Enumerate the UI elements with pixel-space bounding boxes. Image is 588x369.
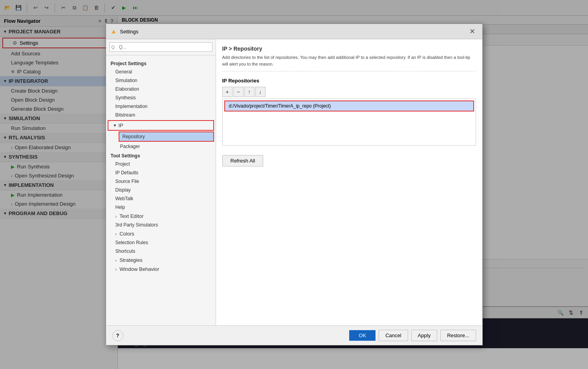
refresh-all-button[interactable]: Refresh All — [222, 155, 264, 166]
search-icon: Q — [112, 45, 115, 49]
window-behavior-label: Window Behavior — [119, 266, 159, 272]
text-editor-expand: › — [115, 214, 117, 219]
text-editor-label: Text Editor — [119, 213, 143, 219]
modal-footer: ? OK Cancel Apply Restore... — [106, 325, 482, 345]
nav-colors[interactable]: › Colors — [106, 229, 216, 238]
ip-up-button[interactable]: ↑ — [244, 87, 255, 97]
nav-window-behavior[interactable]: › Window Behavior — [106, 265, 216, 274]
settings-nav-body: Project Settings General Simulation Elab… — [106, 55, 216, 325]
ip-remove-button[interactable]: − — [233, 87, 244, 97]
modal-titlebar: ▲ Settings ✕ — [106, 24, 482, 39]
nav-shortcuts[interactable]: Shortcuts — [106, 247, 216, 256]
settings-search-wrap: Q — [109, 42, 212, 52]
settings-nav: Q Project Settings General Simulation El… — [106, 39, 216, 325]
ip-repos-toolbar: + − ↑ ↓ — [222, 87, 476, 97]
nav-elaboration[interactable]: Elaboration — [106, 85, 216, 93]
nav-general[interactable]: General — [106, 68, 216, 76]
nav-help[interactable]: Help — [106, 203, 216, 212]
nav-bitstream[interactable]: Bitstream — [106, 111, 216, 119]
nav-webtalk[interactable]: WebTalk — [106, 194, 216, 203]
nav-synthesis[interactable]: Synthesis — [106, 93, 216, 102]
ip-add-button[interactable]: + — [222, 87, 233, 97]
vivado-icon: ▲ — [111, 28, 117, 35]
nav-display[interactable]: Display — [106, 186, 216, 194]
colors-expand: › — [115, 232, 117, 236]
nav-ip-defaults[interactable]: IP Defaults — [106, 168, 216, 177]
modal-close-button[interactable]: ✕ — [467, 27, 478, 36]
nav-repository[interactable]: Repository — [119, 132, 214, 142]
ok-button[interactable]: OK — [349, 330, 376, 341]
help-button[interactable]: ? — [112, 330, 123, 341]
restore-button[interactable]: Restore... — [440, 330, 476, 341]
ip-down-button[interactable]: ↓ — [255, 87, 266, 97]
modal-body: Q Project Settings General Simulation El… — [106, 39, 482, 325]
ip-parent-label: IP — [118, 122, 123, 128]
modal-overlay: ▲ Settings ✕ Q Project Settings General … — [0, 0, 588, 369]
nav-implementation[interactable]: Implementation — [106, 102, 216, 111]
strategies-expand: › — [115, 258, 117, 263]
cancel-button[interactable]: Cancel — [379, 330, 408, 341]
modal-title-text: Settings — [120, 29, 138, 35]
colors-label: Colors — [119, 231, 134, 237]
nav-packager[interactable]: Packager — [117, 142, 216, 151]
nav-3rd-party[interactable]: 3rd Party Simulators — [106, 221, 216, 229]
tool-settings-label: Tool Settings — [106, 151, 216, 160]
settings-dialog: ▲ Settings ✕ Q Project Settings General … — [106, 24, 483, 345]
content-description: Add directories to the list of repositor… — [222, 54, 476, 71]
project-settings-label: Project Settings — [106, 58, 216, 68]
nav-simulation[interactable]: Simulation — [106, 76, 216, 85]
apply-button[interactable]: Apply — [411, 330, 438, 341]
settings-search-input[interactable] — [109, 42, 212, 52]
ip-expand-arrow: ▼ — [113, 123, 117, 128]
ip-repo-item[interactable]: d:/Vivado/project/Timer/TimerA_ip_repo (… — [224, 100, 474, 111]
modal-title: ▲ Settings — [111, 28, 139, 35]
ip-repos-list: d:/Vivado/project/Timer/TimerA_ip_repo (… — [222, 99, 476, 146]
nav-ip-parent[interactable]: ▼ IP — [108, 120, 214, 131]
window-behavior-expand: › — [115, 267, 117, 272]
settings-search-area: Q — [106, 39, 216, 55]
strategies-label: Strategies — [119, 257, 143, 263]
content-title: IP > Repository — [222, 46, 476, 52]
ip-sub-items: Repository Packager — [106, 132, 216, 151]
nav-source-file[interactable]: Source File — [106, 177, 216, 186]
nav-text-editor[interactable]: › Text Editor — [106, 212, 216, 221]
ip-repos-label: IP Repositories — [222, 78, 476, 84]
nav-strategies[interactable]: › Strategies — [106, 256, 216, 265]
nav-selection-rules[interactable]: Selection Rules — [106, 238, 216, 247]
nav-ts-project[interactable]: Project — [106, 160, 216, 168]
settings-content: IP > Repository Add directories to the l… — [216, 39, 482, 325]
